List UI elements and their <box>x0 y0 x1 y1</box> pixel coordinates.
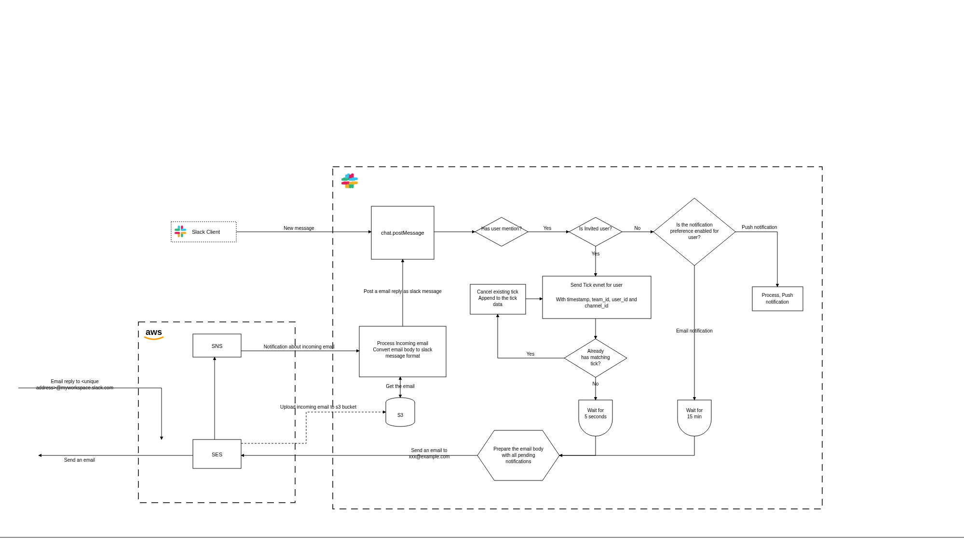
diagram-canvas: Slack Client chat.postMessage Has user m… <box>0 0 964 560</box>
edge-mention-yes-label: Yes <box>543 226 551 231</box>
tick-l1: Send Tick evnet for user <box>570 282 623 288</box>
has-mention-diamond <box>475 217 528 246</box>
process-l1: Process Incoming email <box>377 341 428 346</box>
edge-match-no-label: No <box>593 381 599 387</box>
push-label-1: Process, Push <box>762 293 793 298</box>
svg-rect-14 <box>341 182 348 185</box>
edge-ses-to-s3 <box>241 412 386 443</box>
has-mention-label: Has user mention? <box>481 226 522 231</box>
edge-push-label: Push notification <box>742 225 777 230</box>
tick-l3: channel_id <box>585 303 608 308</box>
wait5-l2: 5 seconds <box>584 414 607 419</box>
edge-invited-yes-label: Yes <box>592 251 599 256</box>
sns-label: SNS <box>212 343 223 349</box>
edge-push <box>735 232 777 287</box>
edge-new-message-label: New message <box>284 226 314 231</box>
svg-rect-15 <box>349 182 355 185</box>
match-l3: tick? <box>591 361 601 366</box>
edge-send-email-to1: Send an email to <box>411 448 447 453</box>
edge-reply2: address>@myworkspace.slack.com <box>36 385 113 390</box>
ses-label: SES <box>212 452 222 457</box>
wait15-l1: Wait for <box>686 408 703 413</box>
svg-rect-22 <box>175 232 180 234</box>
pref-label-1: Is the notification <box>676 222 712 227</box>
edge-notif-incoming-label: Notification about incoming email <box>264 344 335 349</box>
wait15-l2: 15 min <box>687 414 702 419</box>
svg-rect-12 <box>341 178 348 181</box>
wait5-l1: Wait for <box>587 408 604 413</box>
pref-label-3: user? <box>688 235 700 240</box>
edge-send-email-to2: xxx@example.com <box>409 454 450 459</box>
aws-smile-icon <box>144 337 163 339</box>
edge-send-an-email-label: Send an email <box>64 457 95 463</box>
is-invited-diamond <box>569 217 622 246</box>
chat-postmessage-label: chat.postMessage <box>381 230 424 236</box>
edge-reply1: Email reply to <unique <box>51 379 99 384</box>
cancel-l2: Append to the tick <box>478 295 517 301</box>
process-l3: message format <box>385 353 420 359</box>
slack-icon <box>175 226 186 237</box>
edge-wait5-to-prep <box>559 436 596 455</box>
cancel-l1: Cancel existing tick <box>477 289 519 294</box>
cancel-l3: data <box>493 302 502 307</box>
is-invited-label: Is Invited user? <box>579 226 612 231</box>
edge-upload-s3-label: Upload incoming email to s3 bucket <box>280 404 356 410</box>
edge-invited-no-label: No <box>635 226 641 231</box>
push-box <box>752 287 803 311</box>
s3-cylinder: S3 <box>386 398 415 427</box>
svg-rect-13 <box>349 178 355 181</box>
svg-rect-21 <box>181 229 186 231</box>
push-label-2: notification <box>766 299 789 305</box>
prep-l1: Prepare the email body <box>493 446 543 452</box>
aws-label: aws <box>146 327 162 337</box>
edge-reply-in <box>18 388 162 440</box>
prep-l3: notifications <box>506 459 531 464</box>
edge-email-notif-label: Email notification <box>676 328 713 333</box>
edge-post-reply-label: Post a email reply as slack message <box>364 289 442 294</box>
svg-rect-23 <box>181 232 186 234</box>
tick-l2: With timestamp, team_id, user_id and <box>556 297 637 302</box>
edge-get-email-label: Get the email <box>386 384 414 389</box>
edge-match-yes-label: Yes <box>527 351 534 357</box>
svg-rect-20 <box>175 229 180 231</box>
match-l2: has matching <box>581 355 610 360</box>
slack-client-label: Slack Client <box>192 229 220 235</box>
prep-l2: with all pending <box>502 453 535 458</box>
process-l2: Convert email body to slack <box>373 347 433 352</box>
s3-label: S3 <box>397 413 404 418</box>
match-l1: Already <box>587 348 604 354</box>
pref-label-2: preference enabled for <box>670 228 719 234</box>
edge-wait15-to-prep <box>559 436 694 455</box>
